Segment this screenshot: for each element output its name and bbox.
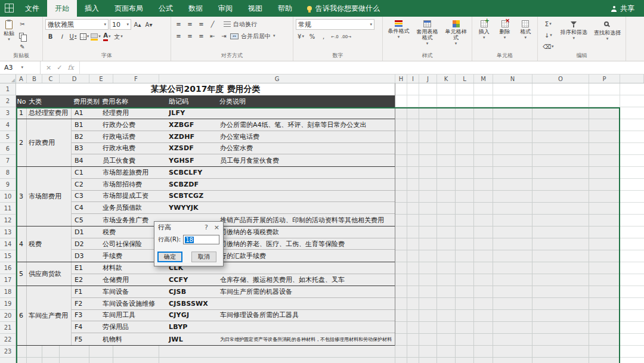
row-height-input[interactable]: 18 [183,235,219,244]
cell-expense-code[interactable]: B1 [72,121,100,129]
cell-expense-code[interactable]: C2 [72,181,100,188]
ok-button[interactable]: 确定 [157,252,182,262]
tab-文件[interactable]: 文件 [17,0,47,17]
cell-mnemonic[interactable]: XZDHF [167,133,218,141]
cell-mnemonic[interactable]: YGHSF [167,157,218,165]
cell-expense-code[interactable]: F3 [72,311,100,319]
cell-description[interactable]: 司缴纳的养老、医疗、工伤、生育等保险费 [218,240,395,249]
row-header-1[interactable]: 1 [0,83,16,95]
cell-mnemonic[interactable]: SCBTCGZ [167,192,218,200]
sort-filter-button[interactable]: 排序和筛选 ▾ [558,19,590,52]
column-header-I[interactable]: I [407,75,419,83]
row-header-21[interactable]: 21 [0,322,16,334]
cell-expense-name[interactable]: 仓储费用 [100,275,167,284]
tab-帮助[interactable]: 帮助 [270,0,300,17]
cell-expense-name[interactable]: 行政办公费 [100,120,167,129]
align-right-button[interactable]: ≡ [196,31,206,41]
accounting-format-button[interactable]: ¥▾ [296,32,306,42]
wrap-text-button[interactable]: 自动换行 [224,19,257,29]
tab-视图[interactable]: 视图 [240,0,270,17]
table-header-cell[interactable]: 助记码 [167,97,218,106]
row-header-20[interactable]: 20 [0,310,16,322]
column-header-L[interactable]: L [456,75,474,83]
row-header-3[interactable]: 3 [0,107,16,119]
align-left-button[interactable]: ≡ [174,31,184,41]
select-all-corner[interactable]: ◢ [0,75,16,83]
row-header-6[interactable]: 6 [0,143,16,155]
cell-expense-code[interactable]: B4 [72,157,100,165]
column-header-E[interactable]: E [89,75,113,83]
column-header-K[interactable]: K [437,75,456,83]
format-painter-button[interactable]: ✎ [17,42,27,52]
row-header-13[interactable]: 13 [0,227,16,238]
cell-category[interactable]: 行政费用 [27,119,72,166]
cell-category[interactable]: 市场部费用 [27,167,72,226]
tab-页面布局[interactable]: 页面布局 [107,0,151,17]
cell-mnemonic[interactable]: XZSDF [167,144,218,152]
cell-styles-button[interactable]: 单元格样式 ▾ [442,19,469,52]
cell-mnemonic[interactable]: SCBCLFY [167,169,218,176]
cell-mnemonic[interactable]: YWYYJK [167,204,218,212]
column-header-P[interactable]: P [589,75,620,83]
row-header-12[interactable]: 12 [0,215,16,227]
underline-button[interactable]: U▾ [68,32,78,42]
cell-description[interactable]: 车间生产所需的机器设备 [218,287,395,296]
tab-插入[interactable]: 插入 [77,0,107,17]
italic-button[interactable]: I [57,32,67,42]
cell-expense-code[interactable]: C3 [72,192,100,200]
row-header-9[interactable]: 9 [0,179,16,191]
decrease-decimal-button[interactable]: .00→ [341,32,351,42]
cell-expense-name[interactable]: 行政电话费 [100,132,167,141]
cell-group-number[interactable]: 4 [16,227,27,262]
share-button[interactable]: 共享 [602,0,644,17]
row-header-10[interactable]: 10 [0,191,16,203]
decrease-indent-button[interactable]: ⇤ [208,31,218,41]
column-header-G[interactable]: G [159,75,395,83]
cell-expense-name[interactable]: 行政水电费 [100,144,167,153]
shrink-font-button[interactable]: A▾ [144,20,154,30]
cell-category[interactable]: 税费 [27,227,72,262]
font-size-select[interactable]: 10 ▾ [110,19,131,30]
column-header-B[interactable]: B [27,75,42,83]
percent-style-button[interactable]: % [307,32,317,42]
align-bottom-button[interactable]: ≡ [196,19,206,29]
cell-expense-name[interactable]: 车间设备设施维修 [100,299,167,308]
cell-expense-name[interactable]: 员工伙食費 [100,156,167,165]
row-header-18[interactable]: 18 [0,286,16,298]
fill-button[interactable]: ↓▾ [540,30,556,41]
cell-expense-name[interactable]: 机物料 [100,335,167,344]
row-header-23[interactable]: 23 [0,346,16,358]
insert-function-icon[interactable]: fx [67,64,73,72]
fill-color-button[interactable]: ▾ [91,32,101,42]
column-header-D[interactable]: D [60,75,89,83]
column-header-C[interactable]: C [42,75,60,83]
cell-description[interactable]: 员工每月食堂伙食费 [218,156,395,165]
cell-expense-name[interactable]: 车间设备 [100,287,167,296]
cell-expense-code[interactable]: C4 [72,204,100,212]
cancel-entry-icon[interactable]: × [46,64,51,72]
cell-group-number[interactable]: 5 [16,262,27,286]
cell-mnemonic[interactable]: XZBGF [167,121,218,129]
grow-font-button[interactable]: A▴ [132,20,143,30]
row-header-8[interactable]: 8 [0,167,16,179]
cell-expense-name[interactable]: 经理费用 [100,108,167,117]
cell-mnemonic[interactable]: CJSB [167,288,218,296]
cell-mnemonic[interactable]: CJYGJ [167,311,218,319]
sheet-title[interactable]: 某某公司2017年度 费用分类 [16,83,395,95]
tab-数据[interactable]: 数据 [181,0,210,17]
cell-expense-code[interactable]: F5 [72,336,100,343]
cell-description[interactable]: 办公所需的A4纸、笔、环评、刻章等日常办公支出 [218,120,395,129]
cell-mnemonic[interactable]: JWL [167,336,218,343]
bold-button[interactable]: B [45,32,55,42]
row-header-7[interactable]: 7 [0,155,16,167]
confirm-entry-icon[interactable]: ✓ [57,64,62,72]
font-name-select[interactable]: 微软雅黑 ▾ [45,19,109,30]
cell-group-number[interactable]: 3 [16,167,27,226]
cell-description[interactable]: 行的汇款手续费 [218,252,395,260]
increase-indent-button[interactable]: ⇥ [219,31,229,41]
merge-center-button[interactable]: ↔ 合并后居中 ▾ [230,31,275,41]
phonetic-button[interactable]: 文▾ [113,32,123,42]
font-color-button[interactable]: A▾ [102,32,112,42]
cell-group-number[interactable]: 1 [16,107,27,119]
cell-mnemonic[interactable]: CJSBSSWX [167,300,218,308]
